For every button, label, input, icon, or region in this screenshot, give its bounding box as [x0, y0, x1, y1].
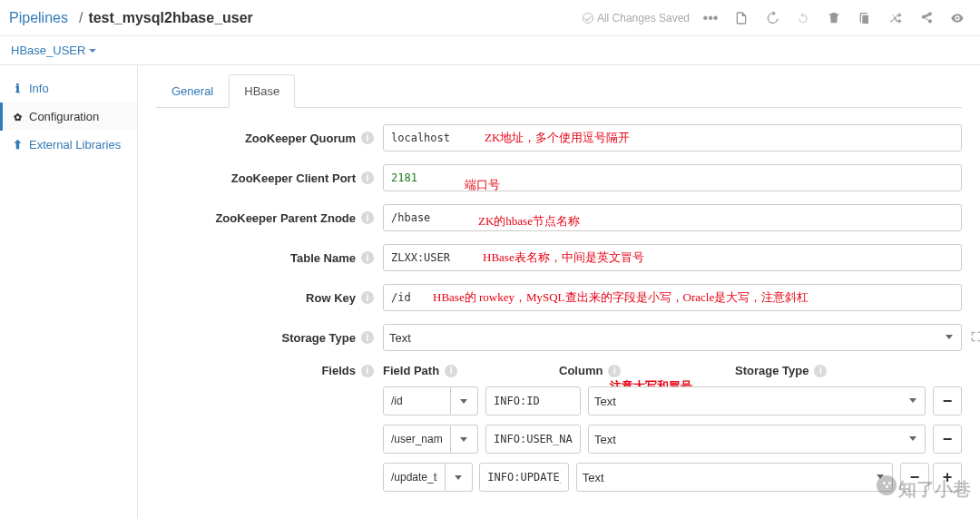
remove-row-button[interactable]: − [933, 425, 962, 454]
input-table[interactable] [383, 244, 962, 271]
tab-hbase[interactable]: HBase [229, 74, 295, 108]
label-table: Table Namei [156, 251, 383, 265]
help-icon[interactable]: i [361, 132, 374, 144]
field-path-input[interactable] [383, 386, 451, 415]
expand-icon[interactable] [969, 329, 980, 344]
help-icon[interactable]: i [361, 365, 374, 377]
column-input[interactable] [485, 425, 581, 454]
table-row: Text − [383, 386, 962, 415]
input-rowkey[interactable] [383, 284, 962, 311]
more-icon[interactable]: ••• [697, 5, 724, 32]
help-icon[interactable]: i [361, 291, 374, 304]
sidebar-item-info[interactable]: Info [0, 74, 137, 103]
help-icon[interactable]: i [361, 251, 374, 264]
col-storage: Storage Typei [735, 364, 880, 377]
help-icon[interactable]: i [608, 365, 621, 377]
preview-icon[interactable] [944, 5, 971, 32]
column-input[interactable] [479, 463, 569, 492]
breadcrumb-title: test_mysql2hbase_user [88, 10, 252, 26]
copy-icon[interactable] [851, 5, 878, 32]
select-storage[interactable]: Text [383, 324, 962, 351]
input-zk-port[interactable] [383, 164, 962, 191]
help-icon[interactable]: i [361, 211, 374, 224]
stage-selector[interactable]: HBase_USER [11, 44, 96, 57]
shuffle-icon[interactable] [882, 5, 909, 32]
tab-general[interactable]: General [156, 74, 229, 108]
gear-icon [11, 110, 24, 123]
label-storage: Storage Typei [156, 331, 383, 345]
storage-select[interactable]: Text [588, 425, 926, 454]
col-field-path: Field Pathi [383, 364, 546, 377]
watermark: 知了小巷 [877, 475, 971, 502]
save-status: All Changes Saved [583, 12, 690, 24]
dropdown-button[interactable] [451, 425, 478, 454]
input-zk-parent[interactable] [383, 204, 962, 231]
col-column: Columni 注意大写和冒号 [559, 364, 722, 377]
storage-select[interactable]: Text [576, 463, 894, 492]
header-bar: Pipelines / test_mysql2hbase_user All Ch… [0, 0, 980, 36]
help-icon[interactable]: i [445, 365, 457, 377]
upload-icon [11, 138, 24, 151]
stage-bar: HBase_USER [0, 36, 980, 65]
help-icon[interactable]: i [361, 171, 374, 184]
label-fields: Fieldsi [156, 364, 383, 377]
storage-select[interactable]: Text [588, 386, 926, 415]
field-path-input[interactable] [383, 463, 446, 492]
help-icon[interactable]: i [814, 365, 827, 377]
label-zk-port: ZooKeeper Client Porti [156, 171, 383, 185]
help-icon[interactable]: i [361, 331, 374, 344]
table-row: Text − + [383, 463, 962, 492]
new-file-icon[interactable] [728, 5, 755, 32]
label-zk-quorum: ZooKeeper Quorumi [156, 132, 383, 145]
main-panel: General HBase ZooKeeper Quorumi ZK地址，多个使… [138, 65, 980, 518]
trash-icon[interactable] [820, 5, 848, 32]
table-row: Text − [383, 425, 962, 454]
breadcrumb-sep: / [79, 10, 83, 26]
info-icon [11, 82, 24, 95]
sidebar: Info Configuration External Libraries [0, 65, 138, 518]
history-icon[interactable] [759, 5, 786, 32]
sidebar-item-configuration[interactable]: Configuration [0, 103, 137, 131]
input-zk-quorum[interactable] [383, 124, 962, 151]
label-rowkey: Row Keyi [156, 291, 383, 305]
refresh-icon[interactable] [789, 5, 817, 32]
column-input[interactable] [485, 386, 581, 415]
chevron-down-icon [89, 49, 96, 53]
label-zk-parent: ZooKeeper Parent Znodei [156, 211, 383, 225]
breadcrumb-pipelines[interactable]: Pipelines [9, 10, 68, 26]
dropdown-button[interactable] [451, 386, 478, 415]
dropdown-button[interactable] [446, 463, 473, 492]
sidebar-item-external-libraries[interactable]: External Libraries [0, 131, 137, 159]
remove-row-button[interactable]: − [933, 386, 962, 415]
share-icon[interactable] [913, 5, 940, 32]
config-tabs: General HBase [156, 74, 962, 108]
field-path-input[interactable] [383, 425, 451, 454]
